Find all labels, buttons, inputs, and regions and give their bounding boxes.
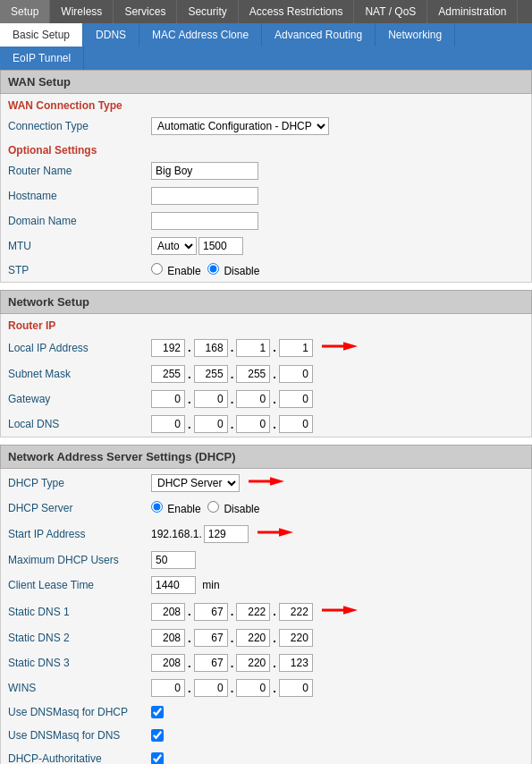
- dnsmasq-dns-checkbox[interactable]: [151, 729, 164, 742]
- router-name-input[interactable]: [151, 162, 258, 180]
- subtab-mac-address-clone[interactable]: MAC Address Clone: [139, 23, 262, 47]
- tab-administration[interactable]: Administration: [427, 0, 518, 23]
- dns3-3[interactable]: [236, 654, 270, 672]
- dhcp-auth-checkbox[interactable]: [151, 752, 164, 764]
- tab-nat-qos[interactable]: NAT / QoS: [354, 0, 427, 23]
- tab-access-restrictions[interactable]: Access Restrictions: [239, 0, 355, 23]
- domain-name-label: Domain Name: [8, 215, 151, 227]
- tab-wireless[interactable]: Wireless: [50, 0, 114, 23]
- dhcp-server-label: DHCP Server: [8, 502, 151, 514]
- mtu-row: MTU Auto: [1, 233, 531, 259]
- subnet-4[interactable]: [279, 365, 313, 383]
- gateway-value: . . .: [151, 390, 313, 408]
- start-ip-prefix: 192.168.1.: [151, 528, 202, 540]
- gateway-2[interactable]: [194, 390, 228, 408]
- wins-3[interactable]: [236, 679, 270, 697]
- dns3-1[interactable]: [151, 654, 185, 672]
- max-users-row: Maximum DHCP Users: [1, 548, 531, 573]
- local-ip-3[interactable]: [236, 339, 270, 357]
- static-dns3-row: Static DNS 3 . . .: [1, 650, 531, 675]
- dns3-4[interactable]: [279, 654, 313, 672]
- tab-security[interactable]: Security: [177, 0, 238, 23]
- dhcp-server-row: DHCP Server Enable Disable: [1, 497, 531, 520]
- dns1-3[interactable]: [236, 603, 270, 621]
- domain-name-input[interactable]: [151, 212, 258, 230]
- static-dns1-value: . . .: [151, 601, 358, 622]
- stp-enable-radio[interactable]: [151, 263, 163, 275]
- wins-4[interactable]: [279, 679, 313, 697]
- local-ip-arrow: [322, 337, 358, 358]
- dnsmasq-dhcp-value: [151, 706, 164, 718]
- local-dns-value: . . .: [151, 415, 313, 433]
- tab-services[interactable]: Services: [114, 0, 177, 23]
- start-ip-arrow: [258, 523, 293, 544]
- sub-nav: Basic Setup DDNS MAC Address Clone Advan…: [0, 23, 532, 70]
- domain-name-value: [151, 212, 258, 230]
- wins-label: WINS: [8, 682, 151, 694]
- hostname-value: [151, 187, 258, 205]
- mtu-input[interactable]: [198, 237, 243, 255]
- dhcp-enable-radio[interactable]: [151, 501, 163, 513]
- router-ip-label: Router IP: [1, 314, 531, 334]
- subtab-advanced-routing[interactable]: Advanced Routing: [262, 23, 376, 47]
- dns1-1[interactable]: [151, 603, 185, 621]
- dnsmasq-dhcp-checkbox[interactable]: [151, 706, 164, 718]
- dns3-2[interactable]: [194, 654, 228, 672]
- conn-type-select[interactable]: Automatic Configuration - DHCP: [151, 117, 329, 135]
- dhcp-type-select[interactable]: DHCP Server: [151, 474, 240, 492]
- stp-disable-radio[interactable]: [207, 263, 219, 275]
- wan-section-header: WAN Setup: [0, 70, 532, 94]
- wins-2[interactable]: [194, 679, 228, 697]
- lease-time-value: min: [151, 576, 220, 594]
- mtu-select[interactable]: Auto: [151, 237, 197, 255]
- lease-time-input[interactable]: [151, 576, 196, 594]
- dns1-4[interactable]: [279, 603, 313, 621]
- max-users-value: [151, 551, 196, 569]
- gateway-3[interactable]: [236, 390, 270, 408]
- dnsmasq-dns-value: [151, 729, 164, 742]
- hostname-row: Hostname: [1, 183, 531, 208]
- local-dns-label: Local DNS: [8, 418, 151, 430]
- dhcp-server-value: Enable Disable: [151, 501, 259, 515]
- wins-1[interactable]: [151, 679, 185, 697]
- top-nav: Setup Wireless Services Security Access …: [0, 0, 532, 23]
- start-ip-row: Start IP Address 192.168.1.: [1, 520, 531, 548]
- dhcp-type-value: DHCP Server: [151, 472, 284, 493]
- local-dns-4[interactable]: [279, 415, 313, 433]
- svg-marker-0: [322, 342, 358, 351]
- hostname-label: Hostname: [8, 190, 151, 202]
- subtab-eoip-tunnel[interactable]: EoIP Tunnel: [0, 47, 84, 70]
- subnet-1[interactable]: [151, 365, 185, 383]
- optional-settings-label: Optional Settings: [1, 139, 531, 158]
- start-ip-suffix[interactable]: [204, 525, 249, 543]
- dhcp-auth-row: DHCP-Authoritative: [1, 747, 531, 764]
- local-dns-row: Local DNS . . .: [1, 412, 531, 437]
- wins-row: WINS . . .: [1, 675, 531, 700]
- dns2-4[interactable]: [279, 629, 313, 647]
- local-dns-3[interactable]: [236, 415, 270, 433]
- subnet-2[interactable]: [194, 365, 228, 383]
- local-ip-1[interactable]: [151, 339, 185, 357]
- dhcp-disable-radio[interactable]: [207, 501, 219, 513]
- gateway-1[interactable]: [151, 390, 185, 408]
- subtab-basic-setup[interactable]: Basic Setup: [0, 23, 83, 47]
- dot2: .: [231, 341, 234, 354]
- gateway-4[interactable]: [279, 390, 313, 408]
- dhcp-type-label: DHCP Type: [8, 477, 151, 489]
- subtab-ddns[interactable]: DDNS: [83, 23, 139, 47]
- local-ip-4[interactable]: [279, 339, 313, 357]
- subnet-3[interactable]: [236, 365, 270, 383]
- dns2-3[interactable]: [236, 629, 270, 647]
- hostname-input[interactable]: [151, 187, 258, 205]
- local-dns-2[interactable]: [194, 415, 228, 433]
- dhcp-disable-label: Disable: [224, 503, 259, 515]
- tab-setup[interactable]: Setup: [0, 0, 50, 23]
- dns2-1[interactable]: [151, 629, 185, 647]
- subtab-networking[interactable]: Networking: [376, 23, 455, 47]
- dns2-2[interactable]: [194, 629, 228, 647]
- local-ip-2[interactable]: [194, 339, 228, 357]
- network-section-header: Network Setup: [0, 290, 532, 314]
- max-users-input[interactable]: [151, 551, 196, 569]
- dns1-2[interactable]: [194, 603, 228, 621]
- local-dns-1[interactable]: [151, 415, 185, 433]
